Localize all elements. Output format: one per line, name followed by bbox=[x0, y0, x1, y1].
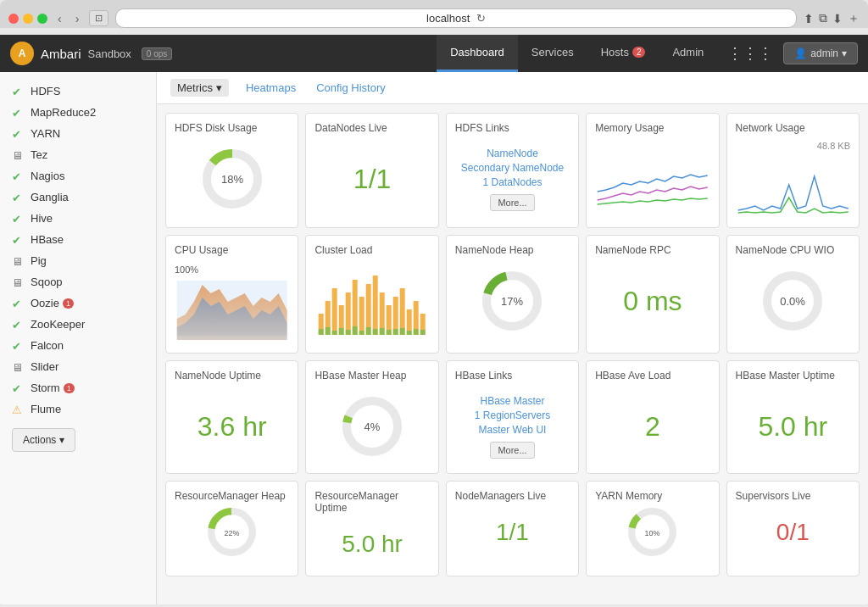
card-supervisors-live: Supervisors Live 0/1 bbox=[726, 481, 860, 576]
sidebar-item-hbase[interactable]: ✔ HBase bbox=[0, 229, 156, 250]
namenode-rpc-value: 0 ms bbox=[623, 273, 682, 330]
subnav-metrics[interactable]: Metrics ▾ bbox=[170, 79, 229, 97]
datanodes-link[interactable]: 1 DataNodes bbox=[455, 176, 570, 188]
card-title-namenode-heap: NameNode Heap bbox=[455, 244, 570, 256]
card-title-cpu: CPU Usage bbox=[175, 244, 289, 256]
main-layout: ✔ HDFS ✔ MapReduce2 ✔ YARN 🖥 Tez ✔ Nagio… bbox=[0, 72, 868, 604]
svg-rect-28 bbox=[359, 331, 364, 335]
sidebar-item-yarn[interactable]: ✔ YARN bbox=[0, 123, 156, 144]
cpu-percentage-label: 100% bbox=[175, 263, 289, 276]
hdfs-links-more-btn[interactable]: More... bbox=[490, 194, 534, 211]
master-web-ui-link[interactable]: Master Web UI bbox=[455, 424, 570, 436]
sidebar-label-storm: Storm bbox=[31, 381, 60, 394]
sidebar-label-tez: Tez bbox=[31, 148, 47, 161]
tab-admin[interactable]: Admin bbox=[659, 35, 717, 72]
status-icon-storm: ✔ bbox=[12, 382, 24, 394]
nodemanagers-value: 1/1 bbox=[496, 519, 529, 546]
metrics-grid: HDFS Disk Usage 18% DataNodes Live 1/1 bbox=[157, 104, 868, 585]
memory-sparkline bbox=[595, 141, 709, 209]
card-hbase-links: HBase Links HBase Master 1 RegionServers… bbox=[446, 360, 579, 474]
sidebar-item-sqoop[interactable]: 🖥 Sqoop bbox=[0, 271, 156, 292]
sidebar-label-pig: Pig bbox=[31, 254, 47, 267]
cpu-area-chart bbox=[175, 276, 289, 344]
actions-button[interactable]: Actions ▾ bbox=[12, 428, 75, 452]
secondary-namenode-link[interactable]: Secondary NameNode bbox=[455, 162, 570, 174]
tab-layout-button[interactable]: ⊡ bbox=[89, 10, 108, 26]
hbase-master-link[interactable]: HBase Master bbox=[455, 395, 570, 407]
hbase-uptime-value: 5.0 hr bbox=[758, 398, 827, 455]
card-title-network: Network Usage bbox=[736, 122, 850, 134]
admin-menu-button[interactable]: 👤 admin ▾ bbox=[783, 42, 858, 64]
svg-rect-26 bbox=[346, 330, 351, 335]
sidebar-item-zookeeper[interactable]: ✔ ZooKeeper bbox=[0, 314, 156, 335]
sidebar-item-storm[interactable]: ✔ Storm 1 bbox=[0, 377, 156, 398]
sidebar-item-nagios[interactable]: ✔ Nagios bbox=[0, 165, 156, 187]
status-icon-hbase: ✔ bbox=[12, 234, 24, 246]
region-servers-link[interactable]: 1 RegionServers bbox=[455, 409, 570, 421]
yarn-memory-donut: 10% bbox=[625, 504, 680, 560]
reload-button[interactable]: ↻ bbox=[476, 12, 486, 25]
cluster-bar-chart bbox=[314, 263, 429, 331]
new-tab-button[interactable]: ＋ bbox=[848, 11, 860, 26]
status-icon-flume: ⚠ bbox=[12, 404, 24, 415]
namenode-link[interactable]: NameNode bbox=[455, 148, 570, 159]
svg-rect-36 bbox=[414, 329, 419, 335]
actions-arrow: ▾ bbox=[59, 434, 64, 446]
card-cluster-load: Cluster Load bbox=[305, 235, 438, 354]
sidebar-label-flume: Flume bbox=[31, 403, 61, 415]
svg-rect-25 bbox=[339, 328, 344, 335]
supervisors-value: 0/1 bbox=[776, 519, 810, 546]
sidebar-item-hdfs[interactable]: ✔ HDFS bbox=[0, 81, 156, 102]
svg-rect-14 bbox=[373, 276, 378, 335]
card-title-cluster-load: Cluster Load bbox=[314, 244, 429, 256]
sidebar-item-slider[interactable]: 🖥 Slider bbox=[0, 356, 156, 377]
sidebar-item-falcon[interactable]: ✔ Falcon bbox=[0, 335, 156, 356]
sidebar-item-pig[interactable]: 🖥 Pig bbox=[0, 250, 156, 271]
svg-rect-31 bbox=[380, 328, 385, 335]
sidebar-item-oozie[interactable]: ✔ Oozie 1 bbox=[0, 292, 156, 314]
svg-rect-29 bbox=[366, 327, 371, 335]
content-area: Metrics ▾ Heatmaps Config History HDFS D… bbox=[157, 72, 868, 604]
sidebar-actions: Actions ▾ bbox=[0, 420, 156, 460]
sidebar-item-flume[interactable]: ⚠ Flume bbox=[0, 398, 156, 420]
status-icon-tez: 🖥 bbox=[12, 149, 24, 161]
sidebar-item-ganglia[interactable]: ✔ Ganglia bbox=[0, 187, 156, 208]
subnav-heatmaps[interactable]: Heatmaps bbox=[242, 80, 299, 96]
app-name: Ambari bbox=[41, 47, 81, 61]
card-datanodes-live: DataNodes Live 1/1 bbox=[305, 113, 438, 228]
sidebar-item-hive[interactable]: ✔ Hive bbox=[0, 208, 156, 229]
hbase-links-more-btn[interactable]: More... bbox=[490, 442, 534, 459]
svg-rect-22 bbox=[319, 329, 324, 335]
svg-rect-12 bbox=[359, 297, 364, 335]
nav-tabs: Dashboard Services Hosts 2 Admin bbox=[437, 35, 717, 72]
card-title-supervisors: Supervisors Live bbox=[736, 490, 850, 502]
metrics-tab-label: Metrics bbox=[177, 81, 213, 94]
sidebar-label-yarn: YARN bbox=[31, 127, 60, 140]
duplicate-button[interactable]: ⧉ bbox=[819, 11, 827, 26]
download-button[interactable]: ⬇ bbox=[832, 11, 843, 26]
svg-rect-8 bbox=[332, 288, 337, 335]
address-bar[interactable]: localhost ↻ bbox=[115, 8, 797, 28]
sidebar-label-mapreduce2: MapReduce2 bbox=[31, 106, 96, 119]
rm-uptime-value: 5.0 hr bbox=[342, 531, 403, 558]
status-icon-hive: ✔ bbox=[12, 213, 24, 225]
card-resourcemanager-heap: ResourceManager Heap 22% bbox=[165, 481, 298, 576]
ops-badge: 0 ops bbox=[142, 47, 172, 60]
card-namenode-rpc: NameNode RPC 0 ms bbox=[586, 235, 719, 354]
back-button[interactable]: ‹ bbox=[54, 10, 65, 27]
status-icon-nagios: ✔ bbox=[12, 170, 24, 182]
subnav-config-history[interactable]: Config History bbox=[313, 80, 389, 96]
url-text: localhost bbox=[426, 12, 470, 25]
card-title-rm-heap: ResourceManager Heap bbox=[175, 490, 289, 502]
grid-menu-button[interactable]: ⋮⋮⋮ bbox=[717, 44, 783, 63]
sidebar-item-mapreduce2[interactable]: ✔ MapReduce2 bbox=[0, 102, 156, 123]
forward-button[interactable]: › bbox=[72, 10, 83, 27]
hdfs-donut-chart: 18% bbox=[198, 145, 266, 213]
card-title-namenode-uptime: NameNode Uptime bbox=[175, 370, 289, 381]
share-button[interactable]: ⬆ bbox=[804, 11, 814, 26]
tab-dashboard[interactable]: Dashboard bbox=[437, 35, 518, 72]
logo-area: A Ambari Sandbox 0 ops bbox=[10, 42, 172, 65]
tab-services[interactable]: Services bbox=[518, 35, 587, 72]
tab-hosts[interactable]: Hosts 2 bbox=[587, 35, 659, 72]
sidebar-item-tez[interactable]: 🖥 Tez bbox=[0, 144, 156, 165]
